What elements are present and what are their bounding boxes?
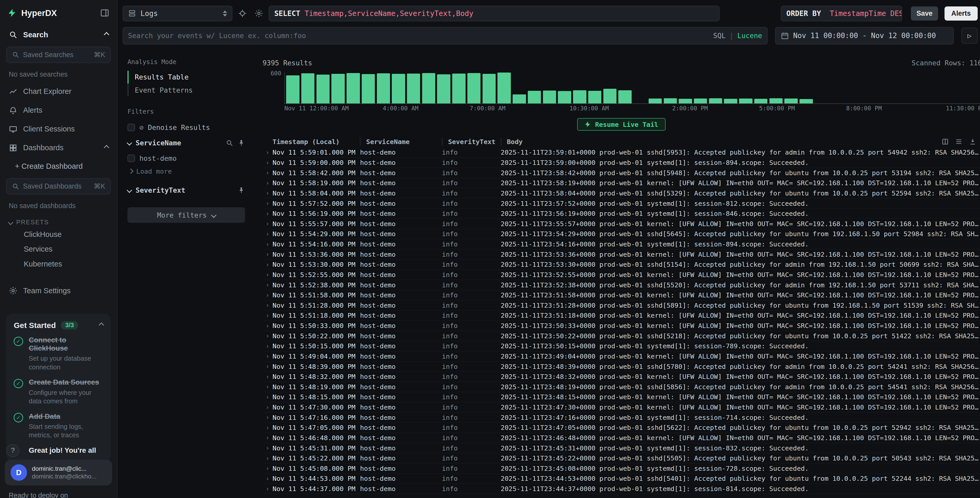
table-row[interactable]: ›Nov 11 5:47:30.000 PMhost-demoinfo2025-… [262,402,980,413]
table-row[interactable]: ›Nov 11 5:51:58.000 PMhost-demoinfo2025-… [262,290,980,300]
source-select[interactable]: Logs [123,6,233,21]
table-row[interactable]: ›Nov 11 5:48:19.000 PMhost-demoinfo2025-… [262,382,980,392]
get-started-item[interactable]: ✓ Create Data Sources Configure where yo… [14,378,103,405]
row-expand-icon[interactable]: › [262,485,272,493]
sidebar-item-chart-explorer[interactable]: Chart Explorer [0,82,117,101]
sidebar-item-client-sessions[interactable]: Client Sessions [0,120,117,138]
table-row[interactable]: ›Nov 11 5:55:57.000 PMhost-demoinfo2025-… [262,219,980,229]
resume-live-tail-button[interactable]: Resume Live Tail [577,118,666,131]
table-row[interactable]: ›Nov 11 5:51:18.000 PMhost-demoinfo2025-… [262,311,980,321]
events-histogram[interactable]: 600 Nov 11 12:00:00 AM4:00:00 AM7:00:00 … [262,73,980,113]
row-expand-icon[interactable]: › [262,413,272,421]
presets-section-header[interactable]: PRESETS [0,214,117,227]
table-row[interactable]: ›Nov 11 5:44:37.000 PMhost-demoinfo2025-… [262,484,980,494]
filter-value-host-demo[interactable]: host-demo [123,151,250,165]
row-expand-icon[interactable]: › [262,200,272,207]
column-header-body[interactable]: Body [501,138,980,145]
column-header-severitytext[interactable]: SeverityText [442,138,501,145]
table-row[interactable]: ›Nov 11 5:46:48.000 PMhost-demoinfo2025-… [262,433,980,443]
select-columns-input[interactable]: SELECT Timestamp,ServiceName,SeverityTex… [269,6,719,21]
row-expand-icon[interactable]: › [262,159,272,166]
row-expand-icon[interactable]: › [262,444,272,452]
row-expand-icon[interactable]: › [262,149,272,156]
table-row[interactable]: ›Nov 11 5:54:29.000 PMhost-demoinfo2025-… [262,229,980,239]
lang-sql-toggle[interactable]: SQL [713,32,725,40]
row-expand-icon[interactable]: › [262,404,272,411]
source-settings-icon-button[interactable] [253,7,265,20]
row-expand-icon[interactable]: › [262,241,272,248]
table-row[interactable]: ›Nov 11 5:49:04.000 PMhost-demoinfo2025-… [262,351,980,362]
row-expand-icon[interactable]: › [262,332,272,340]
user-menu[interactable]: D dominic.tran@clic... dominic.tran@clic… [5,460,112,485]
table-row[interactable]: ›Nov 11 5:47:16.000 PMhost-demoinfo2025-… [262,413,980,423]
histogram-bars[interactable] [284,73,980,104]
row-expand-icon[interactable]: › [262,179,272,187]
table-row[interactable]: ›Nov 11 5:54:16.000 PMhost-demoinfo2025-… [262,239,980,249]
more-filters-button[interactable]: More filters [127,208,245,223]
table-row[interactable]: ›Nov 11 5:50:22.000 PMhost-demoinfo2025-… [262,331,980,342]
row-expand-icon[interactable]: › [262,464,272,472]
table-row[interactable]: ›Nov 11 5:45:22.000 PMhost-demoinfo2025-… [262,453,980,463]
mode-results-table[interactable]: Results Table [127,71,250,84]
sidebar-collapse-icon[interactable] [100,8,109,18]
mode-event-patterns[interactable]: Event Patterns [127,84,250,96]
preset-item-kubernetes[interactable]: Kubernetes [0,257,117,271]
row-expand-icon[interactable]: › [262,353,272,360]
denoise-results-checkbox[interactable]: ⊘ Denoise Results [123,120,250,134]
table-row[interactable]: ›Nov 11 5:53:30.000 PMhost-demoinfo2025-… [262,260,980,270]
chevron-up-icon[interactable] [103,145,109,150]
get-started-item[interactable]: ✓ Connect to ClickHouse Set up your data… [14,336,103,372]
table-row[interactable]: ›Nov 11 5:56:19.000 PMhost-demoinfo2025-… [262,209,980,219]
table-row[interactable]: ›Nov 11 5:52:55.000 PMhost-demoinfo2025-… [262,270,980,280]
table-row[interactable]: ›Nov 11 5:57:52.000 PMhost-demoinfo2025-… [262,199,980,209]
date-range-picker[interactable]: Nov 11 00:00:00 - Nov 12 00:00:00 [775,27,954,45]
load-more-button[interactable]: Load more [123,165,250,177]
row-expand-icon[interactable]: › [262,342,272,350]
row-expand-icon[interactable]: › [262,455,272,462]
table-row[interactable]: ›Nov 11 5:59:00.000 PMhost-demoinfo2025-… [262,158,980,168]
row-expand-icon[interactable]: › [262,271,272,278]
checkbox[interactable] [127,124,135,131]
sidebar-item-team-settings[interactable]: Team Settings [0,281,117,300]
table-row[interactable]: ›Nov 11 5:44:53.000 PMhost-demoinfo2025-… [262,474,980,484]
filter-group-severitytext[interactable]: SeverityText [123,182,250,199]
table-row[interactable]: ›Nov 11 5:48:32.000 PMhost-demoinfo2025-… [262,372,980,382]
row-expand-icon[interactable]: › [262,393,272,401]
pin-icon[interactable] [237,187,245,194]
row-expand-icon[interactable]: › [262,291,272,299]
row-expand-icon[interactable]: › [262,220,272,227]
row-density-icon[interactable] [955,138,963,145]
alerts-button[interactable]: Alerts [945,6,978,21]
download-icon[interactable] [969,138,977,145]
table-row[interactable]: ›Nov 11 5:58:42.000 PMhost-demoinfo2025-… [262,168,980,178]
preset-item-clickhouse[interactable]: ClickHouse [0,227,117,242]
sidebar-item-search[interactable]: Search [0,26,117,44]
sidebar-item-alerts[interactable]: Alerts [0,101,117,120]
table-row[interactable]: ›Nov 11 5:51:28.000 PMhost-demoinfo2025-… [262,300,980,311]
filter-group-servicename[interactable]: ServiceName [123,134,250,151]
pin-icon[interactable] [237,139,245,147]
save-button[interactable]: Save [911,6,938,21]
get-started-item[interactable]: ✓ Add Data Start sending logs, metrics, … [14,412,103,440]
saved-searches-input[interactable]: Saved Searches ⌘K [6,46,111,63]
row-expand-icon[interactable]: › [262,424,272,431]
chevron-up-icon[interactable] [99,322,104,328]
run-query-button[interactable]: ▷ [961,27,978,44]
table-row[interactable]: ›Nov 11 5:48:15.000 PMhost-demoinfo2025-… [262,392,980,402]
table-row[interactable]: ›Nov 11 5:58:19.000 PMhost-demoinfo2025-… [262,178,980,188]
table-row[interactable]: ›Nov 11 5:58:04.000 PMhost-demoinfo2025-… [262,188,980,199]
column-header-servicename[interactable]: ServiceName [360,138,442,145]
table-row[interactable]: ›Nov 11 5:52:38.000 PMhost-demoinfo2025-… [262,280,980,290]
table-row[interactable]: ›Nov 11 5:50:33.000 PMhost-demoinfo2025-… [262,321,980,331]
sidebar-item-dashboards[interactable]: Dashboards [0,138,117,157]
row-expand-icon[interactable]: › [262,261,272,268]
checkbox[interactable] [127,155,135,162]
saved-dashboards-input[interactable]: Saved Dashboards ⌘K [6,178,111,195]
row-expand-icon[interactable]: › [262,373,272,380]
lang-lucene-toggle[interactable]: Lucene [737,32,762,40]
order-by-input[interactable]: ORDER BY TimestampTime DESC [781,6,902,21]
column-header-timestamp[interactable]: Timestamp (Local) [272,138,360,145]
create-dashboard-button[interactable]: + Create Dashboard [0,157,117,176]
table-row[interactable]: ›Nov 11 5:50:15.000 PMhost-demoinfo2025-… [262,342,980,352]
table-row[interactable]: ›Nov 11 5:45:31.000 PMhost-demoinfo2025-… [262,443,980,453]
